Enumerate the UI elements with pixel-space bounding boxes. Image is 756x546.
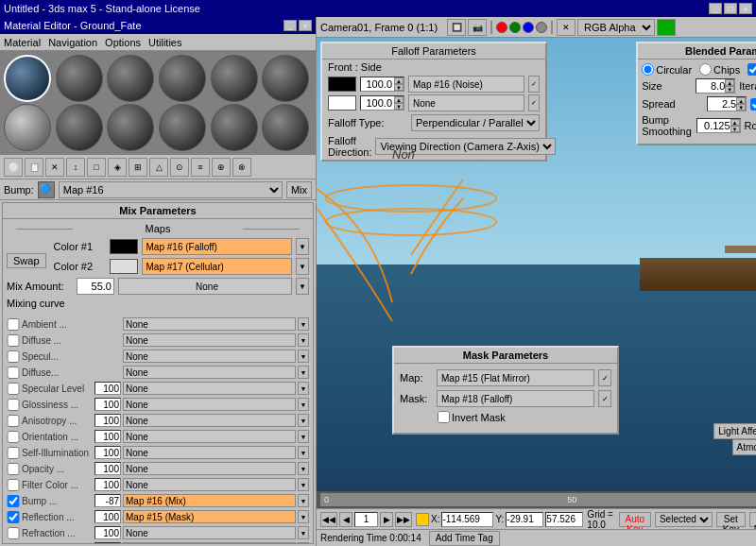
map-row-btn-1[interactable]: None [123,333,296,347]
x-input[interactable]: -114.569 [441,512,493,527]
map-row-arrow-4[interactable]: ▼ [298,382,309,395]
color1-map-arrow[interactable]: ▼ [296,238,309,255]
map-row-btn-14[interactable]: None [123,542,296,544]
circular-radio-input[interactable] [642,63,654,76]
fp-swatch-black[interactable] [328,77,356,92]
sphere-9[interactable] [107,104,154,151]
sphere-12[interactable] [262,104,309,151]
fractal-check-input[interactable] [747,63,756,76]
rgb-alpha-dropdown[interactable]: RGB Alpha [577,19,655,36]
sphere-11[interactable] [211,104,258,151]
fp-up-2[interactable]: ▲ [394,96,404,103]
color2-map-button[interactable]: Map #17 (Cellular) [142,258,292,275]
map-row-arrow-12[interactable]: ▼ [298,510,309,523]
map-row-btn-6[interactable]: None [123,414,296,427]
map-row-check-10[interactable] [7,479,20,491]
map-row-arrow-0[interactable]: ▼ [298,317,309,331]
prev-frame-btn[interactable]: ◀◀ [320,512,337,527]
map-row-val-11[interactable] [94,494,121,507]
mask-mask-button[interactable]: Map #18 (Falloff) [437,390,594,407]
sphere-10[interactable] [159,104,206,151]
sphere-3[interactable] [107,55,154,102]
map-row-btn-7[interactable]: None [123,430,296,443]
mix-none-arrow[interactable]: ▼ [296,278,309,295]
chips-radio-input[interactable] [699,63,712,76]
vp-btn-2[interactable]: 📷 [468,19,487,36]
mask-mask-check[interactable]: ✓ [598,390,611,407]
map-row-val-5[interactable] [94,398,121,411]
map-row-check-7[interactable] [7,431,20,443]
mask-map-check[interactable]: ✓ [598,369,611,386]
mat-close[interactable]: × [299,20,312,31]
map-row-arrow-14[interactable]: ▼ [298,542,309,544]
invert-checkbox[interactable]: Invert Mask [438,411,506,423]
tb-btn-8[interactable]: △ [149,158,168,177]
add-time-tag-button[interactable]: Add Time Tag [429,531,500,546]
minimize-button[interactable]: _ [709,3,722,14]
map-row-btn-11[interactable]: Map #16 (Mix) [123,494,296,507]
size-up[interactable]: ▲ [725,79,734,86]
fp-down-1[interactable]: ▼ [394,84,404,91]
spread-up[interactable]: ▲ [736,97,746,104]
map-row-check-1[interactable] [7,334,20,347]
spread-input[interactable] [708,98,736,110]
map-row-val-9[interactable] [94,462,121,475]
map-row-check-3[interactable] [7,367,20,379]
bump-smoothing-input[interactable] [697,120,730,131]
maximize-button[interactable]: □ [724,3,737,14]
bump-map-dropdown[interactable]: Map #16 [59,181,283,198]
next-frame-btn[interactable]: ▶▶ [395,512,412,527]
tb-btn-11[interactable]: ⊕ [212,158,231,177]
color2-swatch[interactable] [110,259,138,274]
sphere-6[interactable] [262,55,309,102]
tb-btn-3[interactable]: ✕ [45,158,64,177]
map-row-btn-5[interactable]: None [123,398,296,411]
tb-btn-10[interactable]: ≡ [191,158,210,177]
bump-mix-button[interactable]: Mix [286,181,312,198]
tb-btn-7[interactable]: ⊞ [129,158,147,177]
sphere-8[interactable] [56,104,103,151]
map-row-btn-13[interactable]: None [123,526,296,539]
tb-btn-9[interactable]: ⊙ [170,158,189,177]
close-button[interactable]: × [739,3,752,14]
map-row-val-4[interactable] [94,382,121,395]
mask-map-button[interactable]: Map #15 (Flat Mirror) [437,369,594,386]
map-row-btn-12[interactable]: Map #15 (Mask) [123,510,296,523]
color1-map-button[interactable]: Map #16 (Falloff) [142,238,292,255]
size-input[interactable] [696,80,725,92]
z-input[interactable]: 57.526 [545,512,583,527]
map-row-check-9[interactable] [7,463,20,475]
vp-close-btn[interactable]: ✕ [557,19,576,36]
map-row-val-13[interactable] [94,526,121,539]
fp-none-btn[interactable]: None [408,94,524,111]
fp-type-dropdown[interactable]: Perpendicular / Parallel [411,114,540,131]
mat-minimize[interactable]: _ [284,20,297,31]
mix-none-map-button[interactable]: None [118,278,292,295]
fp-map-btn-1[interactable]: Map #16 (Noise) [408,76,524,93]
fractal-checkbox[interactable]: Fractal [747,63,756,76]
fp-chk-1[interactable]: ✓ [528,76,540,93]
color1-swatch[interactable] [110,239,138,254]
map-row-arrow-1[interactable]: ▼ [298,333,309,347]
map-row-val-12[interactable] [94,510,121,523]
fp-chk-2[interactable]: ✓ [528,94,540,111]
frame-input[interactable] [354,512,378,527]
map-row-val-8[interactable] [94,446,121,459]
tb-btn-12[interactable]: ⊗ [232,158,251,177]
fp-swatch-white[interactable] [328,95,356,111]
swap-button[interactable]: Swap [7,253,46,268]
map-row-check-2[interactable] [7,350,20,363]
mix-amount-input[interactable]: 55.0 [77,278,114,295]
map-row-check-0[interactable] [7,318,20,331]
map-row-val-14[interactable] [94,542,121,544]
map-row-btn-9[interactable]: None [123,462,296,475]
map-row-arrow-3[interactable]: ▼ [298,366,309,379]
map-row-arrow-9[interactable]: ▼ [298,462,309,475]
spread-down[interactable]: ▼ [736,104,746,111]
map-row-arrow-5[interactable]: ▼ [298,398,309,411]
map-row-check-8[interactable] [7,447,20,459]
map-row-arrow-11[interactable]: ▼ [298,494,309,507]
map-row-check-11[interactable] [7,495,20,507]
map-row-check-13[interactable] [7,527,20,539]
sphere-5[interactable] [211,55,258,102]
